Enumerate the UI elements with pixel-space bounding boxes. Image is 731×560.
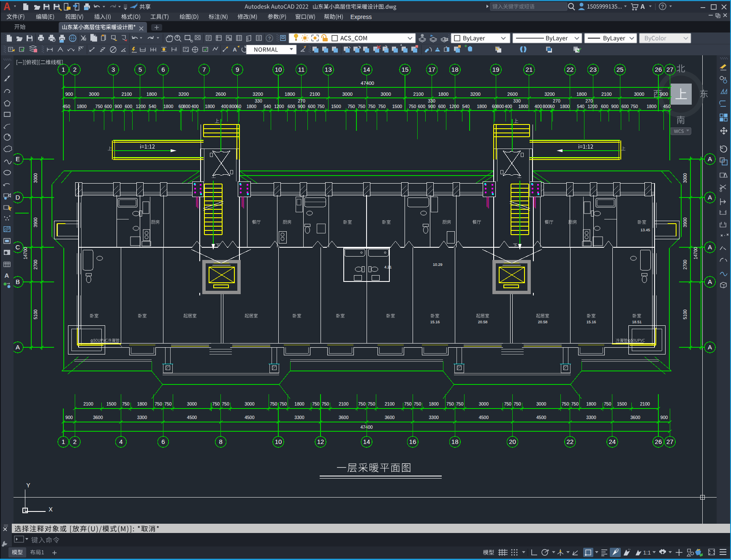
svg-text:25: 25 [617, 66, 624, 73]
svg-text:600: 600 [125, 104, 132, 109]
svg-text:5: 5 [139, 66, 142, 73]
svg-text:.1: .1 [186, 49, 189, 52]
svg-text:A: A [708, 194, 712, 201]
svg-text:3000: 3000 [187, 401, 197, 406]
svg-text:1200: 1200 [136, 104, 146, 109]
svg-text:800: 800 [183, 104, 191, 109]
svg-text:18: 18 [451, 66, 459, 73]
svg-text:1800: 1800 [560, 104, 570, 109]
svg-text:2: 2 [73, 438, 76, 445]
svg-text:13: 13 [325, 66, 332, 73]
svg-text:750: 750 [604, 401, 611, 406]
svg-text:1800: 1800 [429, 401, 439, 406]
svg-text:E: E [16, 155, 20, 162]
svg-text:540: 540 [462, 104, 470, 109]
svg-text:60: 60 [236, 104, 242, 109]
svg-text:750: 750 [404, 401, 412, 406]
svg-text:750: 750 [358, 104, 365, 109]
svg-text:3000: 3000 [245, 401, 255, 406]
svg-text:750: 750 [630, 104, 638, 109]
svg-text:750: 750 [409, 104, 416, 109]
svg-text:1800: 1800 [285, 92, 295, 97]
svg-text:450: 450 [663, 104, 671, 109]
svg-text:750: 750 [222, 401, 229, 406]
svg-text:1800: 1800 [77, 104, 87, 109]
svg-text:3200: 3200 [470, 92, 480, 97]
svg-text:C: C [16, 243, 20, 251]
svg-text:14700: 14700 [693, 247, 698, 259]
svg-text:540: 540 [577, 104, 584, 109]
svg-text:1800: 1800 [247, 104, 257, 109]
svg-text:12: 12 [317, 438, 324, 445]
svg-text:2100: 2100 [83, 401, 93, 406]
svg-text:750: 750 [212, 401, 220, 406]
svg-text:15.16: 15.16 [587, 320, 596, 324]
svg-text:540: 540 [264, 104, 271, 109]
svg-text:14700: 14700 [23, 247, 28, 259]
svg-text:1800: 1800 [163, 104, 174, 109]
svg-text:18.51: 18.51 [632, 320, 642, 324]
svg-text:10.29: 10.29 [433, 262, 443, 267]
svg-text:14: 14 [363, 438, 370, 445]
svg-text:600: 600 [104, 104, 112, 109]
svg-text:750: 750 [456, 401, 464, 406]
svg-text:2100: 2100 [310, 92, 320, 97]
svg-text:20: 20 [509, 438, 516, 445]
svg-text:750: 750 [571, 401, 579, 406]
svg-text:A: A [233, 46, 237, 53]
svg-text:?: ? [268, 36, 271, 41]
svg-text:2100: 2100 [122, 92, 132, 97]
svg-text:5100: 5100 [33, 309, 38, 319]
svg-text:5100: 5100 [682, 309, 688, 319]
svg-text:400: 400 [535, 104, 542, 109]
svg-text:900: 900 [298, 104, 305, 109]
svg-text:900: 900 [428, 104, 436, 109]
svg-text:330: 330 [255, 98, 262, 103]
svg-text:750: 750 [322, 401, 329, 406]
svg-text:900: 900 [65, 415, 73, 420]
svg-text:A: A [708, 155, 712, 162]
svg-text:A: A [5, 272, 9, 279]
svg-text:A: A [708, 344, 712, 351]
svg-text:2600: 2600 [215, 92, 226, 97]
svg-text:3600: 3600 [630, 415, 641, 420]
svg-text:3000: 3000 [536, 401, 546, 406]
svg-text:330: 330 [428, 98, 435, 103]
svg-text:1500: 1500 [392, 104, 402, 109]
svg-text:10: 10 [275, 438, 282, 445]
svg-text:18: 18 [451, 438, 459, 445]
svg-text:750: 750 [155, 401, 162, 406]
svg-text:14: 14 [363, 66, 370, 73]
svg-text:750: 750 [378, 104, 386, 109]
svg-text:4500: 4500 [479, 415, 489, 420]
svg-text:8: 8 [219, 438, 223, 445]
svg-text:800: 800 [497, 104, 504, 109]
svg-text:600: 600 [601, 104, 609, 109]
svg-text:1200: 1200 [274, 104, 284, 109]
svg-text:1800: 1800 [647, 104, 657, 109]
svg-text:750: 750 [358, 401, 366, 406]
svg-text:900: 900 [660, 92, 668, 97]
svg-text:2100: 2100 [640, 401, 650, 406]
svg-text:400: 400 [221, 104, 229, 109]
svg-text:750: 750 [122, 401, 130, 406]
svg-text:750: 750 [280, 401, 287, 406]
svg-text:B: B [16, 278, 20, 285]
svg-text:2100: 2100 [413, 92, 424, 97]
svg-text:750: 750 [312, 401, 320, 406]
svg-text:540: 540 [149, 104, 156, 109]
svg-text:800: 800 [229, 104, 237, 109]
svg-text:3: 3 [111, 66, 115, 73]
svg-text:A: A [708, 243, 712, 251]
svg-text:A: A [708, 278, 712, 285]
svg-text:3000: 3000 [342, 92, 352, 97]
svg-text:4500: 4500 [187, 415, 197, 420]
svg-text:3300: 3300 [586, 415, 596, 420]
svg-text:24: 24 [609, 438, 616, 445]
svg-text:270: 270 [585, 98, 593, 103]
svg-text:22: 22 [567, 66, 574, 73]
svg-text:1800: 1800 [519, 104, 529, 109]
svg-text:16: 16 [409, 438, 416, 445]
svg-text:400: 400 [505, 104, 512, 109]
svg-text:2700: 2700 [682, 260, 688, 270]
